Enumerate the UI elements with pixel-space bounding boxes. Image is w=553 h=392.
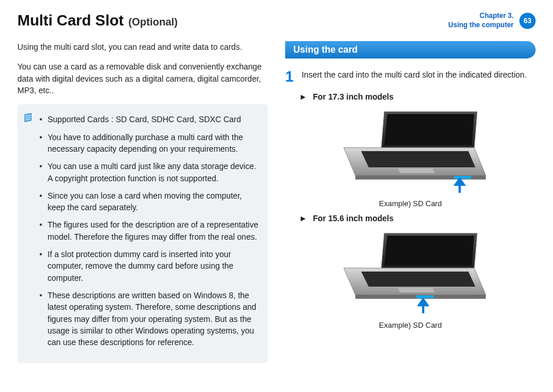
page-title: Multi Card Slot	[17, 12, 123, 30]
laptop-figure-15	[285, 229, 536, 317]
svg-marker-13	[398, 288, 435, 292]
note-item: If a slot protection dummy card is inser…	[39, 248, 259, 284]
subheading-15: ► For 15.6 inch models	[299, 214, 536, 223]
note-icon	[23, 112, 34, 126]
page-title-optional: (Optional)	[128, 16, 177, 28]
header-meta: Chapter 3. Using the computer 63	[448, 12, 536, 30]
subheading-15-text: For 15.6 inch models	[313, 214, 394, 223]
step-number: 1	[285, 69, 293, 84]
figure-caption-17: Example) SD Card	[285, 199, 536, 208]
page-number-badge: 63	[519, 13, 536, 29]
svg-rect-6	[454, 176, 471, 179]
chapter-line1: Chapter 3.	[448, 12, 514, 21]
left-column: Using the multi card slot, you can read …	[17, 41, 268, 363]
svg-marker-1	[384, 114, 474, 145]
play-arrow-icon: ►	[299, 92, 307, 101]
svg-marker-17	[419, 299, 427, 305]
notes-box: Supported Cards : SD Card, SDHC Card, SD…	[17, 104, 268, 363]
section-heading: Using the card	[285, 41, 536, 58]
svg-marker-12	[361, 272, 475, 287]
note-item: Supported Cards : SD Card, SDHC Card, SD…	[39, 113, 259, 125]
notes-list: Supported Cards : SD Card, SDHC Card, SD…	[39, 113, 259, 348]
step-1: 1 Insert the card into the multi card sl…	[285, 69, 536, 84]
note-item: You have to additionally purchase a mult…	[39, 131, 259, 155]
svg-marker-10	[384, 236, 474, 266]
chapter-line2: Using the computer	[448, 21, 514, 30]
note-item: You can use a multi card just like any d…	[39, 160, 259, 184]
laptop-illustration-icon	[329, 107, 492, 196]
play-arrow-icon: ►	[299, 214, 307, 223]
subheading-17: ► For 17.3 inch models	[299, 92, 536, 101]
note-item: The figures used for the description are…	[39, 219, 259, 243]
figure-caption-15: Example) SD Card	[285, 321, 536, 329]
svg-marker-4	[398, 168, 435, 173]
intro-paragraph-1: Using the multi card slot, you can read …	[17, 41, 268, 53]
note-item: These descriptions are written based on …	[39, 290, 259, 348]
laptop-illustration-icon	[329, 229, 492, 317]
step-text: Insert the card into the multi card slot…	[301, 69, 526, 84]
svg-marker-8	[456, 179, 464, 185]
page-title-group: Multi Card Slot (Optional)	[17, 12, 177, 30]
note-item: Since you can lose a card when moving th…	[39, 190, 259, 214]
page-header: Multi Card Slot (Optional) Chapter 3. Us…	[17, 12, 536, 30]
laptop-figure-17	[285, 107, 536, 196]
content-columns: Using the multi card slot, you can read …	[17, 41, 536, 363]
svg-marker-3	[361, 151, 475, 167]
svg-rect-15	[416, 295, 434, 298]
subheading-17-text: For 17.3 inch models	[313, 92, 394, 101]
intro-paragraph-2: You can use a card as a removable disk a…	[17, 61, 268, 96]
right-column: Using the card 1 Insert the card into th…	[285, 41, 536, 363]
chapter-label: Chapter 3. Using the computer	[448, 12, 514, 30]
